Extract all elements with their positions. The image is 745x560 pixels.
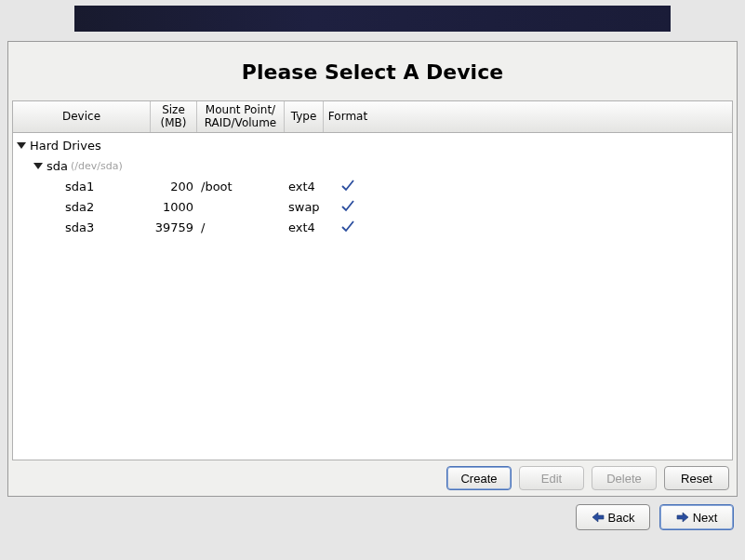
nav-button-row: Back Next — [0, 497, 745, 530]
partition-type: swap — [285, 200, 324, 214]
partition-name: sda1 — [65, 180, 94, 193]
partition-type: ext4 — [285, 220, 324, 234]
partition-mount: / — [197, 220, 285, 234]
header-banner — [74, 6, 671, 32]
main-panel: Please Select A Device Device Size (MB) … — [7, 41, 738, 497]
tree-disk-sda[interactable]: sda (/dev/sda) — [13, 155, 732, 176]
partition-type: ext4 — [285, 180, 324, 193]
expand-icon[interactable] — [33, 163, 43, 169]
tree-root-label: Hard Drives — [30, 139, 101, 153]
back-button[interactable]: Back — [576, 504, 650, 530]
column-device[interactable]: Device — [13, 101, 151, 132]
partition-format — [324, 179, 372, 194]
partition-row[interactable]: sda2 1000 swap — [13, 196, 732, 217]
checkmark-icon — [340, 199, 355, 212]
partition-size: 39759 — [151, 220, 197, 234]
partition-format — [324, 199, 372, 215]
arrow-left-icon — [592, 512, 605, 523]
table-body: Hard Drives sda (/dev/sda) sda1 200 /boo… — [13, 133, 732, 239]
next-button[interactable]: Next — [659, 504, 734, 530]
expand-icon[interactable] — [17, 142, 26, 149]
partition-format — [324, 220, 372, 235]
edit-button: Edit — [519, 466, 584, 490]
column-size[interactable]: Size (MB) — [151, 101, 197, 132]
partition-name: sda2 — [65, 200, 94, 214]
partition-size: 200 — [151, 180, 197, 193]
create-button[interactable]: Create — [446, 466, 512, 490]
partition-mount: /boot — [197, 180, 285, 193]
checkmark-icon — [340, 220, 355, 233]
disk-path: (/dev/sda) — [71, 160, 123, 172]
tree-root-hard-drives[interactable]: Hard Drives — [13, 135, 732, 155]
partition-name: sda3 — [65, 220, 94, 234]
partition-size: 1000 — [151, 200, 197, 214]
column-mount[interactable]: Mount Point/ RAID/Volume — [197, 101, 285, 132]
disk-name: sda — [47, 159, 68, 173]
device-table: Device Size (MB) Mount Point/ RAID/Volum… — [12, 100, 733, 460]
partition-row[interactable]: sda3 39759 / ext4 — [13, 217, 732, 237]
reset-button[interactable]: Reset — [664, 466, 729, 490]
page-title: Please Select A Device — [8, 60, 737, 84]
delete-button: Delete — [592, 466, 657, 490]
table-header: Device Size (MB) Mount Point/ RAID/Volum… — [13, 101, 732, 133]
arrow-right-icon — [676, 512, 689, 523]
partition-row[interactable]: sda1 200 /boot ext4 — [13, 176, 732, 196]
action-button-row: Create Edit Delete Reset — [8, 460, 737, 496]
column-format[interactable]: Format — [324, 101, 372, 132]
column-type[interactable]: Type — [285, 101, 324, 132]
next-label: Next — [693, 511, 718, 525]
back-label: Back — [608, 511, 635, 525]
checkmark-icon — [340, 179, 355, 192]
